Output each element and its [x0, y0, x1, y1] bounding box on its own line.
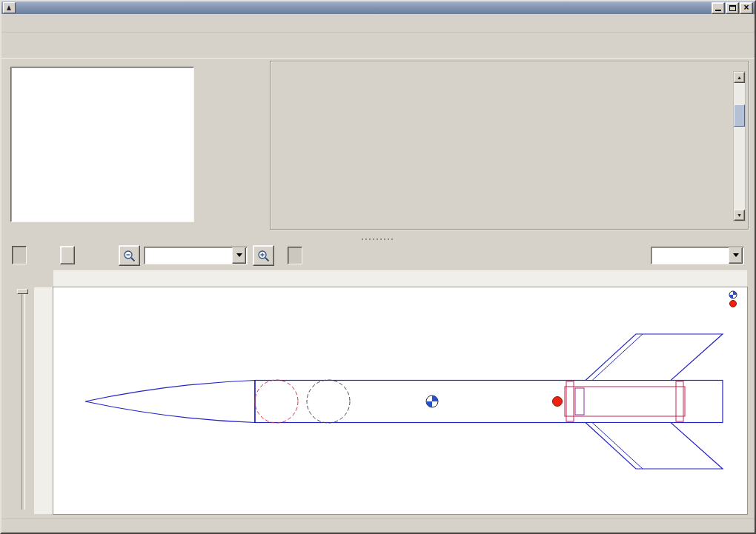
rocket-design-panel: ▲ ▼ [1, 59, 755, 236]
horizontal-ruler [53, 270, 747, 287]
magnifier-minus-icon [123, 250, 136, 262]
cg-symbol-icon [729, 290, 737, 299]
minimize-icon [715, 10, 721, 11]
side-view-button[interactable] [12, 246, 27, 264]
scroll-down-icon[interactable]: ▼ [734, 210, 745, 221]
component-tree[interactable] [10, 67, 194, 222]
vertical-ruler [34, 287, 53, 514]
scrollbar-thumb[interactable] [734, 104, 745, 127]
app-window: × ▲ ▼ [0, 0, 756, 534]
stage-1-toggle[interactable] [288, 247, 302, 264]
stability-info-block [729, 290, 743, 308]
add-component-panel: ▲ ▼ [270, 61, 749, 230]
fin-upper-shape[interactable] [586, 334, 723, 381]
rocket-canvas[interactable] [53, 287, 747, 514]
app-icon[interactable] [3, 2, 16, 13]
cp-row [729, 299, 743, 308]
component-panel-scrollbar[interactable]: ▲ ▼ [733, 71, 746, 221]
design-canvas-area [1, 268, 755, 518]
cp-marker [553, 397, 563, 407]
tab-strip [1, 36, 755, 59]
cp-symbol-icon [729, 299, 737, 308]
maximize-icon [729, 5, 736, 11]
rotation-slider-track[interactable] [21, 293, 25, 510]
statusbar [1, 518, 755, 533]
splitter-grip-icon[interactable] [361, 238, 395, 242]
close-button[interactable]: × [740, 2, 753, 14]
rotation-slider-handle[interactable] [17, 289, 28, 294]
titlebar[interactable]: × [1, 1, 755, 14]
dropdown-arrow-icon[interactable] [232, 247, 246, 264]
back-view-button[interactable] [60, 246, 75, 264]
cg-row [729, 290, 743, 299]
close-icon: × [743, 4, 749, 11]
minimize-button[interactable] [712, 2, 725, 14]
dropdown-arrow-icon[interactable] [729, 247, 743, 264]
view-toolbar [1, 243, 755, 268]
motor-configuration-select[interactable] [651, 247, 744, 264]
rocket-logo-icon [6, 4, 13, 11]
scroll-up-icon[interactable]: ▲ [734, 72, 745, 83]
zoom-out-button[interactable] [119, 245, 140, 266]
zoom-select[interactable] [144, 247, 248, 264]
magnifier-plus-icon [257, 250, 270, 262]
rocket-drawing[interactable] [53, 287, 747, 514]
fin-lower-shape[interactable] [586, 423, 723, 470]
nose-cone-shape[interactable] [85, 381, 255, 423]
cg-marker [426, 396, 438, 407]
zoom-in-button[interactable] [253, 245, 274, 266]
maximize-button[interactable] [726, 2, 739, 14]
menubar [1, 14, 755, 33]
pane-splitter[interactable] [1, 236, 755, 243]
